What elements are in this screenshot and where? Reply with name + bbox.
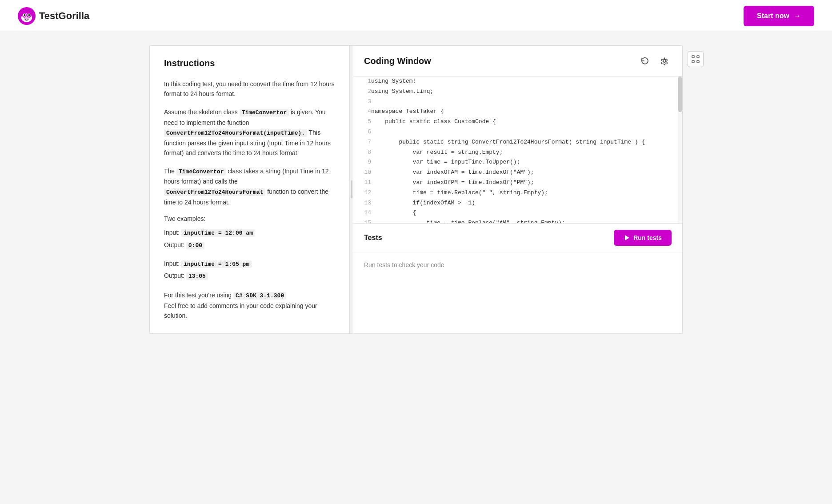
convertor-text: The TimeConvertor class takes a string (… (164, 166, 335, 207)
instructions-title: Instructions (164, 58, 335, 68)
play-icon (624, 235, 630, 241)
skeleton-text: Assume the skeleton class TimeConvertor … (164, 107, 335, 158)
example-2: Input: inputTime = 1:05 pm Output: 13:05 (164, 259, 335, 282)
code-line: if(indexOfAM > -1) (371, 198, 682, 208)
table-row: 8 var result = string.Empty; (353, 148, 682, 158)
svg-rect-14 (697, 60, 699, 63)
intro-text: In this coding test, you need to convert… (164, 79, 335, 99)
coding-actions (638, 54, 672, 68)
testgorilla-logo-icon (18, 7, 36, 25)
line-number: 7 (353, 137, 371, 148)
code-scrollbar[interactable] (678, 76, 682, 223)
fullscreen-icon (692, 55, 700, 63)
intro-paragraph: In this coding test, you need to convert… (164, 79, 335, 99)
examples-label: Two examples: (164, 215, 335, 222)
table-row: 13 if(indexOfAM > -1) (353, 198, 682, 208)
line-number: 11 (353, 178, 371, 188)
code-line: using System.Linq; (371, 87, 682, 97)
line-number: 2 (353, 87, 371, 97)
run-tests-button[interactable]: Run tests (614, 230, 672, 246)
svg-point-9 (25, 19, 26, 20)
code-line: var indexOfPM = time.IndexOf("PM"); (371, 178, 682, 188)
example2-input: Input: inputTime = 1:05 pm (164, 259, 335, 269)
reset-icon (640, 56, 649, 65)
table-row: 6 (353, 127, 682, 137)
table-row: 12 time = time.Replace(" ", string.Empty… (353, 188, 682, 198)
code-line: var indexOfAM = time.IndexOf("AM"); (371, 168, 682, 178)
code-line: var time = inputTime.ToUpper(); (371, 157, 682, 168)
skeleton-paragraph: Assume the skeleton class TimeConvertor … (164, 107, 335, 158)
gear-icon (660, 56, 669, 65)
svg-point-7 (28, 14, 30, 16)
code-line: var result = string.Empty; (371, 148, 682, 158)
tests-placeholder: Run tests to check your code (364, 261, 444, 268)
code-line: namespace TestTaker { (371, 107, 682, 117)
reset-button[interactable] (638, 54, 652, 68)
line-number: 4 (353, 107, 371, 117)
tests-title: Tests (364, 234, 382, 242)
line-number: 12 (353, 188, 371, 198)
svg-point-10 (28, 19, 29, 20)
arrow-icon: → (794, 12, 801, 20)
logo-text: TestGorilla (39, 10, 89, 22)
svg-marker-16 (625, 235, 629, 240)
code-table: 1using System;2using System.Linq;34names… (353, 76, 682, 223)
settings-button[interactable] (657, 54, 672, 68)
tests-body: Run tests to check your code (353, 252, 682, 288)
line-number: 8 (353, 148, 371, 158)
line-number: 6 (353, 127, 371, 137)
code-line: public static class CustomCode { (371, 117, 682, 127)
instructions-pane: Instructions In this coding test, you ne… (150, 46, 350, 333)
line-number: 3 (353, 97, 371, 107)
svg-rect-12 (697, 56, 699, 58)
table-row: 14 { (353, 208, 682, 218)
line-number: 5 (353, 117, 371, 127)
svg-point-6 (24, 14, 26, 16)
line-number: 9 (353, 157, 371, 168)
table-row: 11 var indexOfPM = time.IndexOf("PM"); (353, 178, 682, 188)
example2-output: Output: 13:05 (164, 271, 335, 281)
tests-header: Tests Run tests (353, 224, 682, 252)
example1-output: Output: 0:00 (164, 240, 335, 251)
table-row: 5 public static class CustomCode { (353, 117, 682, 127)
scrollbar-thumb[interactable] (678, 76, 682, 112)
code-line: time = time.Replace("AM", string.Empty); (371, 218, 682, 223)
code-line: public static string ConvertFrom12To24Ho… (371, 137, 682, 148)
svg-point-8 (24, 17, 29, 20)
example-1: Input: inputTime = 12:00 am Output: 0:00 (164, 228, 335, 251)
panel-body: Instructions In this coding test, you ne… (150, 46, 682, 333)
table-row: 3 (353, 97, 682, 107)
coding-header: Coding Window (353, 46, 682, 76)
coding-title: Coding Window (364, 56, 431, 66)
code-line (371, 97, 682, 107)
code-line: time = time.Replace(" ", string.Empty); (371, 188, 682, 198)
table-row: 1using System; (353, 76, 682, 87)
convertor-paragraph: The TimeConvertor class takes a string (… (164, 166, 335, 207)
table-row: 9 var time = inputTime.ToUpper(); (353, 157, 682, 168)
start-now-button[interactable]: Start now → (744, 6, 814, 26)
table-row: 10 var indexOfAM = time.IndexOf("AM"); (353, 168, 682, 178)
fullscreen-button[interactable] (688, 51, 704, 67)
table-row: 7 public static string ConvertFrom12To24… (353, 137, 682, 148)
code-editor[interactable]: 1using System;2using System.Linq;34names… (353, 76, 682, 223)
code-line: { (371, 208, 682, 218)
line-number: 13 (353, 198, 371, 208)
code-line (371, 127, 682, 137)
sdk-note: For this test you're using C# SDK 3.1.30… (164, 290, 335, 321)
divider-handle (351, 180, 352, 198)
line-number: 14 (353, 208, 371, 218)
code-line: using System; (371, 76, 682, 87)
examples-section: Two examples: Input: inputTime = 12:00 a… (164, 215, 335, 281)
header: TestGorilla Start now → (0, 0, 832, 32)
table-row: 2using System.Linq; (353, 87, 682, 97)
line-number: 15 (353, 218, 371, 223)
svg-rect-11 (692, 56, 694, 58)
svg-point-15 (663, 60, 666, 62)
example1-input: Input: inputTime = 12:00 am (164, 228, 335, 238)
pane-divider[interactable] (350, 46, 353, 333)
content-panel: Instructions In this coding test, you ne… (149, 45, 683, 334)
main-wrapper: Instructions In this coding test, you ne… (0, 32, 832, 504)
logo-area: TestGorilla (18, 7, 89, 25)
coding-pane: Coding Window (353, 46, 682, 333)
svg-rect-13 (692, 60, 694, 63)
